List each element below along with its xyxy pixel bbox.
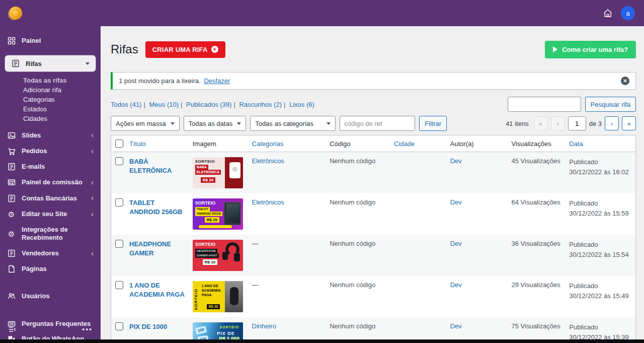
create-raffle-button[interactable]: CRIAR UMA RIFA + bbox=[145, 41, 225, 58]
page-icon bbox=[7, 265, 16, 273]
search-input[interactable] bbox=[508, 97, 581, 112]
image-icon bbox=[7, 131, 16, 140]
sidebar-item-vendedores[interactable]: Vendedores ‹ bbox=[0, 246, 101, 262]
grid-icon bbox=[7, 37, 16, 45]
author-link[interactable]: Dev bbox=[450, 240, 462, 247]
submenu-categorias[interactable]: Categorias bbox=[23, 95, 101, 104]
view-publicados[interactable]: Publicados (39) bbox=[186, 101, 231, 108]
sidebar-item-contas-bancarias[interactable]: Contas Bancárias ‹ bbox=[0, 190, 101, 207]
sidebar-item-label: Painel bbox=[22, 37, 94, 45]
views-value: 64 Visualizações bbox=[511, 193, 569, 211]
main-content: Rifas CRIAR UMA RIFA + Como criar uma ri… bbox=[101, 26, 644, 343]
submenu-adicionar-rifa[interactable]: Adicionar rifa bbox=[23, 85, 101, 95]
sidebar-item-pedidos[interactable]: Pedidos ‹ bbox=[0, 144, 101, 160]
cart-icon bbox=[7, 148, 16, 156]
row-checkbox[interactable] bbox=[115, 281, 123, 289]
author-link[interactable]: Dev bbox=[450, 322, 462, 330]
views-value: 45 Visualizações bbox=[511, 152, 569, 170]
plus-circle-icon: + bbox=[211, 46, 218, 53]
column-city[interactable]: Cidade bbox=[393, 135, 449, 153]
category-link[interactable]: Dinheiro bbox=[252, 322, 276, 330]
column-category[interactable]: Categorias bbox=[251, 135, 329, 153]
sidebar-item-usuarios[interactable]: Usuários bbox=[0, 289, 101, 304]
row-checkbox[interactable] bbox=[115, 240, 123, 248]
category-link[interactable]: Eletrônicos bbox=[252, 157, 284, 165]
view-todos[interactable]: Todos (41) bbox=[111, 101, 141, 108]
city-value bbox=[393, 193, 449, 203]
sidebar-item-paginas[interactable]: Páginas bbox=[0, 261, 101, 277]
row-checkbox[interactable] bbox=[115, 157, 123, 165]
code-value: Nenhum código bbox=[329, 193, 393, 211]
document-icon bbox=[7, 163, 16, 171]
raffle-thumbnail[interactable]: SORTEIO 1 ANO DE ACADEMIA PAGA R$ 20 bbox=[193, 281, 243, 312]
raffle-title-link[interactable]: HEADPHONE GAMER bbox=[129, 240, 187, 257]
author-link[interactable]: Dev bbox=[450, 281, 462, 289]
category-link[interactable]: Eletrônicos bbox=[252, 198, 284, 206]
home-icon[interactable] bbox=[603, 8, 613, 18]
raffle-thumbnail[interactable]: SORTEIO HEADPHONE GAMER HAVIT R$ 10 bbox=[193, 240, 243, 271]
sidebar-item-editar-site[interactable]: ⚙ Editar seu Site ‹ bbox=[0, 207, 101, 223]
filter-button[interactable]: Filtrar bbox=[419, 116, 447, 131]
row-checkbox[interactable] bbox=[115, 198, 123, 207]
submenu-cidades[interactable]: Cidades bbox=[23, 114, 101, 123]
city-value bbox=[393, 276, 449, 286]
how-to-create-button[interactable]: Como criar uma rifa? bbox=[545, 41, 636, 58]
status-value: Publicado bbox=[569, 323, 598, 331]
users-icon bbox=[7, 292, 16, 300]
raffle-thumbnail[interactable]: SORTEIO BABA ELETRÔNICA R$ 20 bbox=[193, 157, 243, 188]
code-value: Nenhum código bbox=[329, 276, 393, 294]
site-logo-icon[interactable] bbox=[9, 7, 22, 20]
view-rascunhos[interactable]: Rascunhos (2) bbox=[239, 101, 282, 108]
prev-page-button[interactable]: ‹ bbox=[551, 116, 565, 130]
sidebar-item-integracoes[interactable]: ⚙ Integrações de Recebimento bbox=[0, 222, 101, 246]
submenu-todas-as-rifas[interactable]: Todas as rifas bbox=[23, 76, 101, 85]
select-all-checkbox[interactable] bbox=[115, 140, 123, 148]
column-author: Autor(a) bbox=[449, 135, 511, 153]
search-button[interactable]: Pesquisar rifa bbox=[585, 97, 636, 112]
undo-link[interactable]: Desfazer bbox=[204, 77, 230, 85]
first-page-button[interactable]: « bbox=[534, 116, 548, 130]
categories-select[interactable]: Todas as categorias bbox=[250, 116, 336, 131]
last-page-button[interactable]: » bbox=[622, 116, 636, 130]
column-image: Imagem bbox=[192, 135, 251, 153]
sidebar-item-rifas[interactable]: Rifas bbox=[5, 55, 96, 72]
sidebar-item-emails[interactable]: E-mails bbox=[0, 159, 101, 174]
current-page-input[interactable] bbox=[568, 116, 586, 130]
status-value: Publicado bbox=[569, 282, 598, 290]
chevron-down-icon bbox=[86, 62, 90, 65]
category-value: — bbox=[251, 235, 329, 252]
author-link[interactable]: Dev bbox=[450, 198, 462, 206]
raffle-title-link[interactable]: TABLET ANDROID 256GB bbox=[129, 198, 187, 216]
code-value: Nenhum código bbox=[329, 235, 393, 252]
column-date[interactable]: Data bbox=[568, 135, 635, 153]
raffle-title-link[interactable]: PIX DE 1000 bbox=[129, 322, 167, 331]
table-row: 1 ANO DE ACADEMIA PAGA SORTEIO 1 ANO DE … bbox=[111, 276, 635, 317]
sidebar: Painel Rifas Todas as rifas Adicionar ri… bbox=[0, 26, 101, 339]
raffle-title-link[interactable]: BABÁ ELETRÔNICA bbox=[129, 157, 187, 175]
view-lixos[interactable]: Lixos (6) bbox=[289, 101, 314, 108]
raffle-title-link[interactable]: 1 ANO DE ACADEMIA PAGA bbox=[129, 281, 187, 299]
items-count: 41 itens bbox=[506, 120, 529, 127]
status-value: Publicado bbox=[569, 199, 598, 207]
row-checkbox[interactable] bbox=[115, 322, 123, 330]
dates-select[interactable]: Todas as datas bbox=[184, 116, 246, 131]
raffle-thumbnail[interactable]: SORTEIO TABLET ANDROID 256GB R$ 20 bbox=[193, 198, 243, 230]
author-link[interactable]: Dev bbox=[450, 157, 462, 165]
date-value: 30/12/2022 às 15:59 bbox=[569, 210, 629, 217]
chevron-left-icon: ‹ bbox=[91, 249, 94, 258]
sidebar-item-painel-comissao[interactable]: Painel de comissão ‹ bbox=[0, 175, 101, 191]
view-filters: Todos (41)| Meus (10)| Publicados (39)| … bbox=[111, 101, 314, 108]
submenu-estados[interactable]: Estados bbox=[23, 104, 101, 114]
sidebar-item-slides[interactable]: Slides ‹ bbox=[0, 127, 101, 144]
dismiss-notice-icon[interactable]: ✕ bbox=[621, 77, 629, 85]
user-avatar[interactable]: a bbox=[621, 6, 635, 20]
view-meus[interactable]: Meus (10) bbox=[149, 101, 179, 108]
collapse-menu-icon[interactable] bbox=[8, 325, 16, 333]
next-page-button[interactable]: › bbox=[605, 116, 619, 130]
city-value bbox=[393, 235, 449, 245]
more-options-icon[interactable]: ••• bbox=[82, 325, 93, 333]
column-title[interactable]: Título bbox=[128, 135, 192, 153]
ref-code-input[interactable] bbox=[340, 116, 415, 131]
sidebar-item-painel[interactable]: Painel bbox=[0, 33, 101, 48]
bulk-actions-select[interactable]: Ações em massa bbox=[111, 116, 180, 131]
